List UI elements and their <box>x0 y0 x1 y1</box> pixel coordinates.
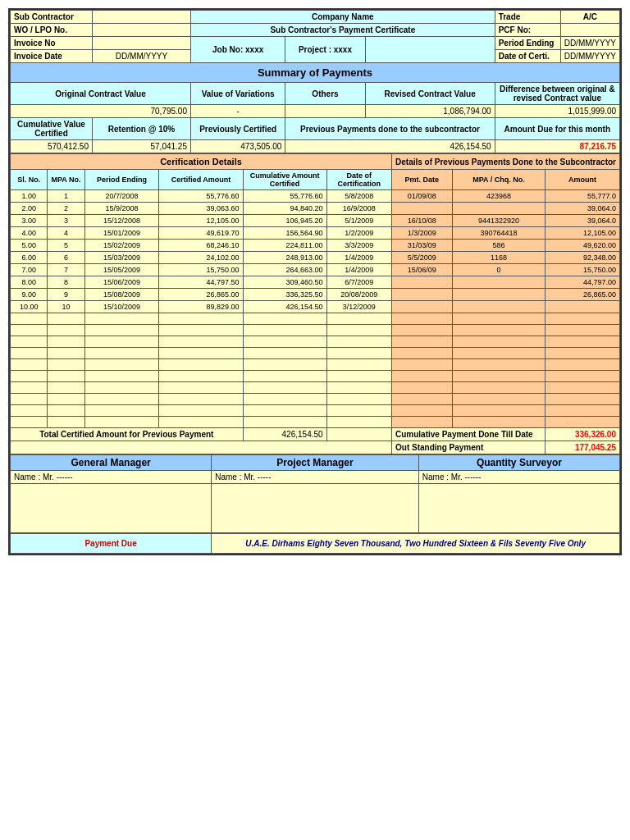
pcf-label: PCF No: <box>495 24 560 37</box>
sub-contractor-value <box>93 11 191 24</box>
payment-due-label: Payment Due <box>11 534 212 554</box>
empty-row <box>11 394 620 405</box>
others-value <box>285 105 365 118</box>
cumulative-payment-label: Cumulative Payment Done Till Date <box>392 428 546 441</box>
gm-sig <box>11 484 212 533</box>
ac-label: A/C <box>560 11 619 24</box>
others-col: Others <box>285 83 365 105</box>
prev-certified-value: 473,505.00 <box>191 140 285 153</box>
total-certified-label: Total Certified Amount for Previous Paym… <box>11 428 244 441</box>
col-certified: Certified Amount <box>159 170 243 190</box>
empty-row <box>11 348 620 359</box>
job-no-label: Job No: xxxx <box>191 37 285 63</box>
variations-value: - <box>191 105 285 118</box>
revised-value: 1,086,794.00 <box>365 105 495 118</box>
amount-due-label: Amount Due for this month <box>495 118 619 140</box>
date-certi-value: DD/MM/YYYY <box>560 50 619 63</box>
summary-header: Summary of Payments <box>11 63 620 83</box>
table-row: 5.00515/02/200968,246.10224,811.003/3/20… <box>11 240 620 252</box>
col-amount: Amount <box>546 170 620 190</box>
empty-row <box>11 371 620 382</box>
variations-col: Value of Variations <box>191 83 285 105</box>
period-ending-value: DD/MM/YYYY <box>560 37 619 50</box>
pm-sig <box>212 484 419 533</box>
table-row: 10.001015/10/200989,829.00426,154.503/12… <box>11 301 620 313</box>
original-contract-col: Original Contract Value <box>11 83 191 105</box>
empty-row <box>11 382 620 394</box>
retention-label: Retention @ 10% <box>93 118 191 140</box>
table-row: 3.00315/12/200812,105.00106,945.205/1/20… <box>11 215 620 227</box>
table-row: 6.00615/03/200924,102.00248,913.001/4/20… <box>11 252 620 264</box>
table-row: 8.00815/06/200944,797.50309,460.506/7/20… <box>11 276 620 289</box>
difference-col: Difference between original & revised Co… <box>495 83 619 105</box>
prev-payments-label: Previous Payments done to the subcontrac… <box>285 118 495 140</box>
invoice-label: Invoice No <box>11 37 93 50</box>
col-sl: Sl. No. <box>11 170 48 190</box>
col-mpa-chq: MPA / Chq. No. <box>452 170 545 190</box>
trade-label: Trade <box>495 11 560 24</box>
qs-label: Quantity Surveyor <box>418 455 619 471</box>
original-value: 70,795.00 <box>11 105 191 118</box>
qs-sig <box>418 484 619 533</box>
cumulative-payment-value: 336,326.00 <box>546 428 620 441</box>
empty-row <box>11 405 620 417</box>
col-mpa: MPA No. <box>48 170 84 190</box>
col-period: Period Ending <box>84 170 159 190</box>
pm-name: Name : Mr. ----- <box>212 471 419 484</box>
empty-row <box>11 325 620 336</box>
payment-due-text: U.A.E. Dirhams Eighty Seven Thousand, Tw… <box>212 534 620 554</box>
period-ending-label: Period Ending <box>495 37 560 50</box>
pm-label: Project Manager <box>212 455 419 471</box>
empty-row <box>11 359 620 371</box>
gm-label: General Manager <box>11 455 212 471</box>
prev-payments-value: 426,154.50 <box>285 140 495 153</box>
date-certi-label: Date of Certi. <box>495 50 560 63</box>
outstanding-value: 177,045.25 <box>546 441 620 454</box>
payment-cert-label: Sub Contractor's Payment Certificate <box>191 24 495 37</box>
wo-lpo-label: WO / LPO No. <box>11 24 93 37</box>
sub-contractor-label: Sub Contractor <box>11 11 93 24</box>
prev-payments-title: Details of Previous Payments Done to the… <box>392 154 620 170</box>
empty-row <box>11 336 620 348</box>
gm-name: Name : Mr. ------ <box>11 471 212 484</box>
table-row: 7.00715/05/200915,750.00264,663.001/4/20… <box>11 264 620 276</box>
empty-row <box>11 313 620 325</box>
table-row: 9.00915/08/200926,865.00336,325.5020/08/… <box>11 289 620 301</box>
outstanding-label: Out Standing Payment <box>392 441 546 454</box>
cert-title: Cerification Details <box>11 154 392 170</box>
document: Sub Contractor Company Name Trade A/C WO… <box>8 8 622 555</box>
table-row: 4.00415/01/200949,619.70156,564.901/2/20… <box>11 227 620 240</box>
col-date: Date of Certification <box>326 170 391 190</box>
invoice-date-value: DD/MM/YYYY <box>93 50 191 63</box>
prev-certified-label: Previously Certified <box>191 118 285 140</box>
wo-lpo-value <box>93 24 191 37</box>
pcf-value <box>560 24 619 37</box>
amount-due-value: 87,216.75 <box>495 140 619 153</box>
table-row: 2.00215/9/200839,063.6094,840.2016/9/200… <box>11 203 620 215</box>
total-certified-value: 426,154.50 <box>243 428 326 441</box>
revised-contract-col: Revised Contract Value <box>365 83 495 105</box>
qs-name: Name : Mr. ------ <box>418 471 619 484</box>
project-label: Project : xxxx <box>285 37 365 63</box>
empty-row <box>11 417 620 428</box>
col-cumulative: Cumulative Amount Certified <box>243 170 326 190</box>
col-pmt-date: Pmt. Date <box>392 170 453 190</box>
company-name-label: Company Name <box>191 11 495 24</box>
cum-value-certified-label: Cumulative Value Certified <box>11 118 93 140</box>
table-row: 1.00120/7/200855,776.6055,776.605/8/2008… <box>11 190 620 203</box>
cum-value: 570,412.50 <box>11 140 93 153</box>
difference-value: 1,015,999.00 <box>495 105 619 118</box>
invoice-date-label: Invoice Date <box>11 50 93 63</box>
invoice-value <box>93 37 191 50</box>
retention-value: 57,041.25 <box>93 140 191 153</box>
